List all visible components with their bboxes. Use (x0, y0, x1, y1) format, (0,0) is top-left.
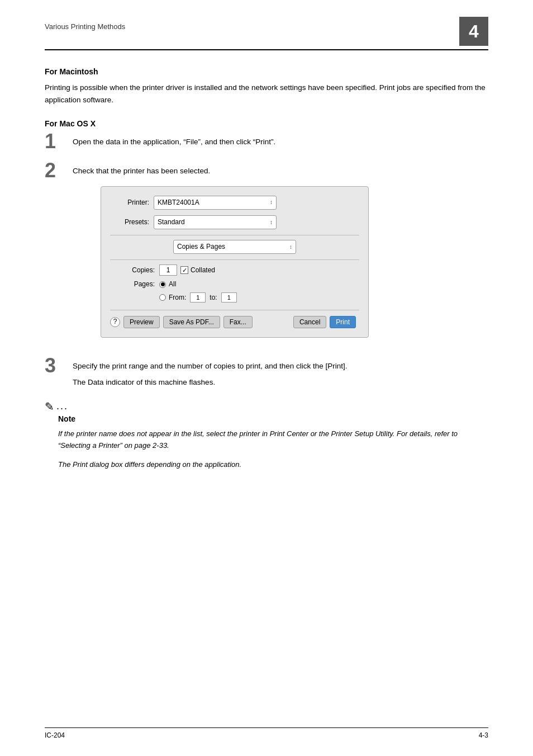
presets-row: Presets: Standard ↕ (110, 215, 359, 229)
step-2-number: 2 (45, 160, 73, 181)
step-2: 2 Check that the printer has been select… (45, 163, 488, 347)
page-footer: IC-204 4-3 (45, 727, 488, 739)
footer-right: 4-3 (479, 731, 488, 739)
help-button[interactable]: ? (110, 317, 120, 327)
page-header: Various Printing Methods 4 (45, 22, 488, 50)
from-input[interactable] (190, 292, 206, 303)
header-title: Various Printing Methods (45, 22, 125, 31)
step-1-text: Open the data in the application, “File”… (73, 134, 488, 148)
copies-pages-arrow-icon: ↕ (289, 243, 292, 252)
copies-pages-value: Copies & Pages (177, 242, 225, 252)
pages-from-radio[interactable] (159, 294, 166, 301)
macosx-section: For Mac OS X (45, 119, 488, 128)
macintosh-heading: For Macintosh (45, 67, 488, 76)
dialog-divider-2 (110, 259, 359, 260)
copies-row: Copies: ✓ Collated (116, 264, 359, 276)
note-section: ✎ ... Note If the printer name does not … (45, 400, 488, 470)
all-label: All (169, 279, 176, 290)
step-3-sub: The Data indicator of this machine flash… (73, 376, 488, 389)
copies-label: Copies: (116, 265, 155, 276)
footer-left: IC-204 (45, 731, 65, 739)
fax-button[interactable]: Fax... (223, 316, 253, 328)
note-body-2: The Print dialog box differs depending o… (58, 459, 488, 470)
macintosh-body: Printing is possible when the printer dr… (45, 82, 488, 106)
presets-label: Presets: (110, 217, 149, 228)
collated-label: ✓ Collated (180, 265, 215, 276)
note-dots: ... (56, 400, 68, 412)
presets-arrow-icon: ↕ (270, 218, 273, 227)
printer-arrow-icon: ↕ (270, 198, 273, 207)
step-1-number: 1 (45, 131, 73, 152)
preview-button[interactable]: Preview (123, 316, 160, 328)
collated-checkbox[interactable]: ✓ (180, 266, 188, 274)
note-heading: Note (58, 414, 488, 423)
printer-label: Printer: (110, 197, 149, 208)
to-input[interactable] (221, 292, 237, 303)
printer-value: KMBT24001A (158, 197, 199, 208)
print-button[interactable]: Print (330, 316, 356, 328)
step-3-number: 3 (45, 356, 73, 376)
chapter-number: 4 (459, 17, 488, 46)
step-2-text: Check that the printer has been selected… (73, 163, 488, 347)
step-1: 1 Open the data in the application, “Fil… (45, 134, 488, 152)
cancel-button[interactable]: Cancel (293, 316, 326, 328)
note-body-1: If the printer name does not appear in t… (58, 428, 488, 452)
presets-value: Standard (158, 217, 185, 228)
step-3-text: Specify the print range and the number o… (73, 362, 348, 370)
step-3-content: Specify the print range and the number o… (73, 358, 488, 389)
copies-pages-dropdown-row: Copies & Pages ↕ (110, 240, 359, 254)
presets-select[interactable]: Standard ↕ (154, 215, 277, 229)
step-3: 3 Specify the print range and the number… (45, 358, 488, 389)
note-icon-row: ✎ ... (45, 400, 488, 413)
printer-row: Printer: KMBT24001A ↕ (110, 196, 359, 210)
macintosh-section: For Macintosh Printing is possible when … (45, 67, 488, 106)
pages-label: Pages: (116, 279, 155, 290)
pencil-icon: ✎ (45, 400, 54, 413)
pages-row: Pages: All (116, 279, 359, 290)
dialog-footer: ? Preview Save As PDF... Fax... Cancel P… (110, 310, 359, 328)
to-label: to: (210, 292, 217, 303)
print-dialog: Printer: KMBT24001A ↕ Presets: Standard … (101, 186, 369, 338)
macosx-heading: For Mac OS X (45, 119, 488, 128)
copies-pages-select[interactable]: Copies & Pages ↕ (173, 240, 296, 254)
dialog-divider-1 (110, 235, 359, 235)
save-as-pdf-button[interactable]: Save As PDF... (163, 316, 220, 328)
printer-select[interactable]: KMBT24001A ↕ (154, 196, 277, 210)
pages-from-row: From: to: (116, 292, 359, 303)
from-label: From: (169, 292, 186, 303)
copies-input[interactable] (159, 264, 177, 276)
pages-all-radio[interactable] (159, 281, 166, 288)
